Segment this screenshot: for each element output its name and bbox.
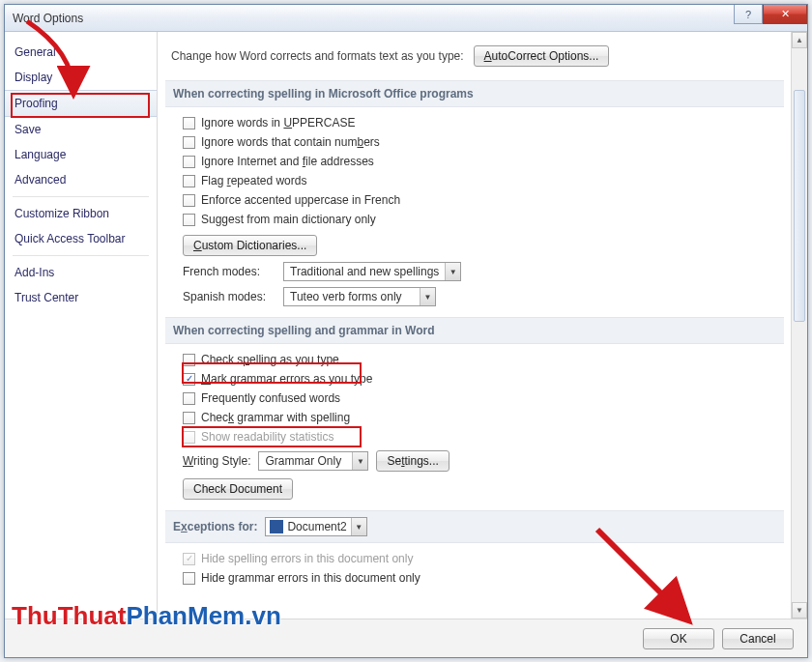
scroll-up-arrow[interactable]: ▲ [792, 32, 807, 48]
vertical-scrollbar[interactable]: ▲ ▼ [791, 32, 807, 619]
option-mark-grammar[interactable]: ✓ Mark grammar errors as you type [165, 369, 784, 389]
group-exceptions: Exceptions for: Document2 ▼ [165, 510, 784, 543]
chevron-down-icon: ▼ [351, 518, 366, 535]
sidebar-item-advanced[interactable]: Advanced [5, 167, 157, 192]
checkbox[interactable] [183, 156, 195, 168]
ok-button[interactable]: OK [643, 628, 714, 649]
content-scroll[interactable]: Change how Word corrects and formats tex… [165, 32, 784, 619]
writing-style-select[interactable]: Grammar Only ▼ [258, 451, 368, 471]
sidebar: General Display Proofing Save Language A… [5, 32, 158, 619]
spanish-modes-select[interactable]: Tuteo verb forms only ▼ [283, 287, 436, 306]
sidebar-separator [13, 255, 149, 256]
writing-style-row: Writing Style: Grammar Only ▼ Settings..… [165, 446, 784, 475]
french-modes-label: French modes: [183, 265, 276, 278]
chevron-down-icon: ▼ [445, 263, 460, 280]
settings-button[interactable]: Settings... [376, 450, 449, 472]
sidebar-item-quick-access[interactable]: Quick Access Toolbar [5, 226, 157, 251]
sidebar-item-customize-ribbon[interactable]: Customize Ribbon [5, 201, 157, 226]
checkbox[interactable] [183, 175, 195, 187]
sidebar-item-display[interactable]: Display [5, 65, 157, 90]
close-button[interactable]: ✕ [763, 5, 807, 24]
checkbox [183, 431, 195, 444]
custom-dictionaries-button[interactable]: Custom Dictionaries... [183, 235, 317, 256]
option-hide-grammar-errors[interactable]: Hide grammar errors in this document onl… [165, 568, 784, 588]
sidebar-separator [13, 196, 149, 197]
checkbox: ✓ [183, 553, 195, 565]
exceptions-doc-select[interactable]: Document2 ▼ [265, 517, 366, 536]
checkbox[interactable] [183, 136, 195, 149]
option-ignore-internet[interactable]: Ignore Internet and file addresses [165, 152, 784, 171]
checkbox[interactable] [183, 214, 195, 226]
option-check-spelling[interactable]: Check spelling as you type [165, 350, 784, 369]
word-doc-icon [270, 520, 283, 533]
sidebar-item-language[interactable]: Language [5, 142, 157, 167]
option-main-dictionary[interactable]: Suggest from main dictionary only [165, 210, 784, 229]
checkbox[interactable] [183, 117, 195, 130]
option-ignore-numbers[interactable]: Ignore words that contain numbers [165, 132, 784, 152]
window-title: Word Options [13, 12, 83, 25]
sidebar-item-proofing[interactable]: Proofing [5, 90, 157, 117]
scroll-thumb[interactable] [794, 90, 805, 322]
titlebar: Word Options ? ✕ [5, 5, 807, 32]
chevron-down-icon: ▼ [420, 288, 435, 305]
watermark: ThuThuatPhanMem.vn [12, 601, 281, 631]
word-options-dialog: Word Options ? ✕ General Display Proofin… [4, 4, 808, 658]
cancel-button[interactable]: Cancel [722, 628, 794, 649]
checkbox[interactable] [183, 572, 195, 585]
window-controls: ? ✕ [734, 5, 807, 24]
autocorrect-label: Change how Word corrects and formats tex… [171, 49, 464, 63]
checkbox[interactable]: ✓ [183, 373, 195, 386]
french-modes-select[interactable]: Traditional and new spellings ▼ [283, 262, 461, 281]
sidebar-item-save[interactable]: Save [5, 117, 157, 142]
checkbox[interactable] [183, 392, 195, 405]
checkbox[interactable] [183, 194, 195, 207]
option-ignore-uppercase[interactable]: Ignore words in UPPERCASE [165, 113, 784, 132]
sidebar-item-addins[interactable]: Add-Ins [5, 260, 157, 285]
sidebar-item-general[interactable]: General [5, 40, 157, 65]
dialog-body: General Display Proofing Save Language A… [5, 32, 807, 619]
writing-style-label: Writing Style: [183, 454, 250, 468]
checkbox[interactable] [183, 412, 195, 424]
spanish-modes-label: Spanish modes: [183, 290, 276, 303]
help-button[interactable]: ? [734, 5, 763, 24]
autocorrect-options-button[interactable]: AutoCorrect Options... [474, 45, 610, 67]
sidebar-item-trust-center[interactable]: Trust Center [5, 285, 157, 310]
checkbox[interactable] [183, 354, 195, 366]
option-flag-repeated[interactable]: Flag repeated words [165, 171, 784, 190]
chevron-down-icon: ▼ [352, 452, 367, 470]
group-word-spelling: When correcting spelling and grammar in … [165, 317, 784, 344]
group-office-spelling: When correcting spelling in Microsoft Of… [165, 80, 784, 107]
option-readability: Show readability statistics [165, 427, 784, 446]
content-area: Change how Word corrects and formats tex… [158, 32, 807, 619]
scroll-down-arrow[interactable]: ▼ [792, 602, 807, 619]
option-confused-words[interactable]: Frequently confused words [165, 389, 784, 408]
option-hide-spelling-errors: ✓ Hide spelling errors in this document … [165, 549, 784, 568]
spanish-modes-row: Spanish modes: Tuteo verb forms only ▼ [165, 284, 784, 309]
check-document-button[interactable]: Check Document [183, 478, 293, 500]
french-modes-row: French modes: Traditional and new spelli… [165, 259, 784, 284]
option-french-accent[interactable]: Enforce accented uppercase in French [165, 190, 784, 210]
option-grammar-with-spelling[interactable]: Check grammar with spelling [165, 408, 784, 427]
autocorrect-row: Change how Word corrects and formats tex… [165, 40, 784, 80]
